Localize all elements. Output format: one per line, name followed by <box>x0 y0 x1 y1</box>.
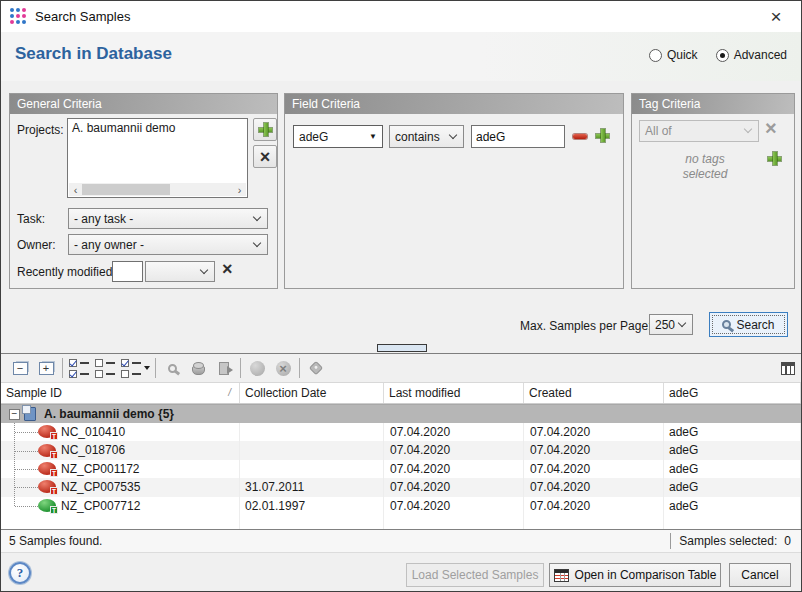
samples-found-text: 5 Samples found. <box>1 534 670 548</box>
column-sample-id[interactable]: Sample ID / <box>1 383 240 403</box>
owner-value: - any owner - <box>74 238 144 252</box>
recently-period-dropdown[interactable] <box>145 261 215 282</box>
splitter-handle[interactable] <box>377 344 427 352</box>
search-mode-radios: Quick Advanced <box>649 48 787 62</box>
tag-mode-dropdown[interactable]: All of <box>639 120 759 142</box>
toolbar-separator <box>62 358 63 378</box>
remove-criterion-button[interactable] <box>573 134 587 139</box>
export-icon <box>219 362 229 375</box>
load-basket-button[interactable] <box>185 356 211 380</box>
scroll-thumb[interactable] <box>82 184 170 195</box>
close-icon[interactable]: × <box>757 3 795 30</box>
tag-mode-value: All of <box>645 124 672 138</box>
search-circle-button[interactable] <box>244 356 270 380</box>
recently-modified-label: Recently modified: <box>17 265 116 279</box>
search-samples-dialog: Search Samples × Search in Database Quic… <box>0 0 802 592</box>
find-samples-button[interactable] <box>159 356 185 380</box>
task-badge: T <box>50 469 58 477</box>
chevron-down-icon <box>253 238 261 246</box>
sample-id: NZ_CP007712 <box>61 499 140 513</box>
cell-created: 07.04.2020 <box>524 478 664 496</box>
expand-all-button[interactable]: + <box>33 356 59 380</box>
radio-advanced[interactable]: Advanced <box>716 48 787 62</box>
projects-hscrollbar[interactable]: ‹ › <box>69 183 246 196</box>
recently-modified-input[interactable] <box>112 261 143 282</box>
clear-tags-button[interactable]: × <box>765 120 777 136</box>
toolbar-separator <box>240 358 241 378</box>
task-badge: T <box>50 432 58 440</box>
table-row[interactable]: T NZ_CP007712 02.01.1997 07.04.2020 07.0… <box>1 497 801 515</box>
add-project-button[interactable] <box>253 118 277 141</box>
scroll-track[interactable] <box>82 183 233 196</box>
column-collection-date[interactable]: Collection Date <box>240 383 384 403</box>
table-header: Sample ID / Collection Date Last modifie… <box>1 382 801 404</box>
search-button[interactable]: Search <box>709 312 788 337</box>
remove-project-button[interactable]: × <box>253 145 277 168</box>
add-criterion-button[interactable] <box>596 129 609 142</box>
column-label: Sample ID <box>6 386 62 400</box>
project-item[interactable]: A. baumannii demo <box>68 119 247 137</box>
chevron-down-icon <box>253 212 261 220</box>
field-dropdown[interactable]: adeG ▼ <box>293 125 383 148</box>
remove-circle-icon <box>276 361 291 376</box>
group-label: A. baumannii demo {5} <box>44 407 174 421</box>
scroll-left-icon[interactable]: ‹ <box>69 183 82 196</box>
chevron-down-icon <box>744 125 752 133</box>
column-adeg[interactable]: adeG <box>664 383 801 403</box>
collapse-all-button[interactable]: − <box>7 356 33 380</box>
combo-arrow-icon: ▼ <box>369 132 377 141</box>
selection-menu-button[interactable] <box>118 356 152 380</box>
samples-selected-label: Samples selected: <box>679 534 777 548</box>
status-bar: 5 Samples found. Samples selected: 0 <box>1 529 801 552</box>
collapse-group-icon[interactable]: − <box>9 409 20 420</box>
tree-line <box>15 487 38 488</box>
load-selected-samples-button[interactable]: Load Selected Samples <box>406 563 544 587</box>
samples-selected: Samples selected: 0 <box>671 534 801 548</box>
cell-last-modified: 07.04.2020 <box>384 478 524 496</box>
scroll-right-icon[interactable]: › <box>233 183 246 196</box>
chevron-down-icon <box>449 130 457 138</box>
sample-id: NC_018706 <box>61 443 125 457</box>
task-badge: T <box>50 451 58 459</box>
sample-id: NC_010410 <box>61 425 125 439</box>
tag-button[interactable] <box>303 356 329 380</box>
cell-adeg: adeG <box>664 423 801 441</box>
radio-advanced-circle-icon <box>716 49 729 62</box>
projects-listbox[interactable]: A. baumannii demo ‹ › <box>67 118 248 198</box>
owner-label: Owner: <box>17 238 56 252</box>
clear-recently-button[interactable]: × <box>222 262 233 276</box>
tree-line <box>15 469 38 470</box>
select-all-button[interactable] <box>66 356 92 380</box>
task-badge: T <box>50 506 58 514</box>
radio-quick[interactable]: Quick <box>649 48 698 62</box>
column-created[interactable]: Created <box>524 383 664 403</box>
export-samples-button[interactable] <box>211 356 237 380</box>
table-row[interactable]: T NZ_CP007535 31.07.2011 07.04.2020 07.0… <box>1 478 801 496</box>
chevron-down-icon <box>200 265 208 273</box>
deselect-all-button[interactable] <box>92 356 118 380</box>
owner-dropdown[interactable]: - any owner - <box>68 234 268 255</box>
sample-rows: T NC_010410 07.04.2020 07.04.2020 adeG T… <box>1 423 801 515</box>
max-samples-dropdown[interactable]: 250 <box>649 314 693 335</box>
column-last-modified[interactable]: Last modified <box>384 383 524 403</box>
field-query-input[interactable] <box>471 125 565 148</box>
help-icon[interactable]: ? <box>9 562 31 584</box>
remove-circle-button[interactable] <box>270 356 296 380</box>
task-badge: T <box>50 487 58 495</box>
add-tag-button[interactable] <box>768 152 781 165</box>
header-band: Search in Database Quick Advanced <box>1 32 801 81</box>
configure-columns-icon[interactable] <box>781 362 795 375</box>
open-in-comparison-table-button[interactable]: Open in Comparison Table <box>549 563 721 587</box>
operator-dropdown[interactable]: contains <box>389 125 464 148</box>
no-tags-line2: selected <box>683 167 728 181</box>
task-dropdown[interactable]: - any task - <box>68 208 268 229</box>
operator-value: contains <box>395 130 440 144</box>
table-row[interactable]: T NC_018706 07.04.2020 07.04.2020 adeG <box>1 441 801 459</box>
radio-quick-circle-icon <box>649 49 662 62</box>
cell-created: 07.04.2020 <box>524 441 664 459</box>
sample-id: NZ_CP007535 <box>61 480 140 494</box>
group-row[interactable]: − A. baumannii demo {5} <box>1 404 801 423</box>
cancel-button[interactable]: Cancel <box>729 563 791 587</box>
table-row[interactable]: T NC_010410 07.04.2020 07.04.2020 adeG <box>1 423 801 441</box>
table-row[interactable]: T NZ_CP001172 07.04.2020 07.04.2020 adeG <box>1 460 801 478</box>
